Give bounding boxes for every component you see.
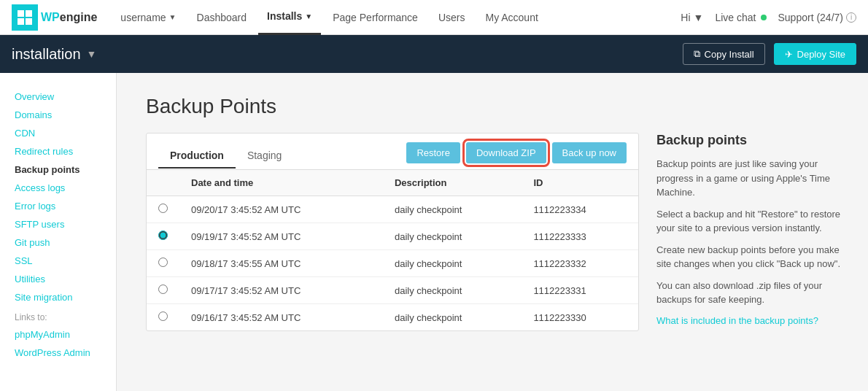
cell-date: 09/18/17 3:45:55 AM UTC [179,250,383,277]
info-icon: i [846,12,856,23]
sidebar-item-git-push[interactable]: Git push [0,233,116,252]
info-para-2: Select a backup and hit "Restore" to res… [656,207,846,236]
sidebar-links-section: Links to: [0,306,116,325]
radio-cell[interactable] [147,223,179,250]
col-id: ID [522,170,638,196]
sidebar-item-domains[interactable]: Domains [0,106,116,124]
nav-right: Hi ▼ Live chat Support (24/7) i [681,12,856,23]
table-row: 09/18/17 3:45:55 AM UTC daily checkpoint… [147,250,638,277]
cell-description: daily checkpoint [383,250,522,277]
sidebar-item-sftp-users[interactable]: SFTP users [0,215,116,233]
copy-install-button[interactable]: ⧉ Copy Install [683,43,765,65]
sidebar-item-wordpress-admin[interactable]: WordPress Admin [0,344,116,362]
sidebar-item-phpmyadmin[interactable]: phpMyAdmin [0,325,116,344]
nav-item-users[interactable]: Users [430,0,474,35]
deploy-icon: ✈ [785,49,793,60]
cell-date: 09/17/17 3:45:52 AM UTC [179,277,383,304]
sidebar-item-utilities[interactable]: Utilities [0,270,116,288]
radio-cell[interactable] [147,196,179,223]
nav-item-page-performance[interactable]: Page Performance [324,0,427,35]
cell-description: daily checkpoint [383,223,522,250]
sidebar-item-error-logs[interactable]: Error logs [0,197,116,215]
nav-items: username ▼ Dashboard Installs ▼ Page Per… [112,0,681,35]
page-title: Backup Points [146,95,846,118]
nav-item-dashboard[interactable]: Dashboard [188,0,256,35]
info-para-3: Create new backup points before you make… [656,243,846,271]
backup-table-section: Production Staging Restore Download ZIP … [146,133,639,331]
logo-text: WPengine [41,11,97,24]
svg-rect-1 [26,10,32,17]
nav-item-installs[interactable]: Installs ▼ [258,0,321,35]
nav-item-my-account[interactable]: My Account [476,0,546,35]
chevron-down-icon: ▼ [169,13,177,21]
cell-id: 1112223334 [522,196,638,223]
sidebar-item-cdn[interactable]: CDN [0,124,116,142]
install-title: installation ▼ [12,46,96,63]
radio-cell[interactable] [147,304,179,331]
logo: WPengine [12,4,97,31]
svg-rect-2 [18,18,24,25]
table-header-row: Date and time Description ID [147,170,638,196]
svg-rect-0 [18,10,24,17]
table-row: 09/19/17 3:45:52 AM UTC daily checkpoint… [147,223,638,250]
info-link[interactable]: What is included in the backup points? [656,315,818,326]
cell-id: 1112223332 [522,250,638,277]
sidebar: Overview Domains CDN Redirect rules Back… [0,73,117,391]
install-bar: installation ▼ ⧉ Copy Install ✈ Deploy S… [0,35,868,73]
hi-dropdown[interactable]: Hi ▼ [681,12,703,23]
live-chat-link[interactable]: Live chat [715,12,766,23]
install-actions: ⧉ Copy Install ✈ Deploy Site [683,43,856,65]
sidebar-item-backup-points[interactable]: Backup points [0,160,116,179]
download-zip-button[interactable]: Download ZIP [466,142,546,163]
cell-date: 09/20/17 3:45:52 AM UTC [179,196,383,223]
chevron-down-icon: ▼ [305,12,312,20]
sidebar-item-access-logs[interactable]: Access logs [0,179,116,197]
info-panel: Backup points Backup points are just lik… [656,133,846,331]
chevron-down-icon: ▼ [87,48,97,60]
back-up-now-button[interactable]: Back up now [552,142,627,163]
table-row: 09/20/17 3:45:52 AM UTC daily checkpoint… [147,196,638,223]
sidebar-item-site-migration[interactable]: Site migration [0,288,116,306]
table-row: 09/16/17 3:45:52 AM UTC daily checkpoint… [147,304,638,331]
backup-table: Date and time Description ID 09/20/17 3:… [147,170,638,330]
cell-id: 1112223333 [522,223,638,250]
svg-rect-3 [26,18,32,25]
tab-bar: Production Staging Restore Download ZIP … [147,133,638,170]
cell-id: 1112223331 [522,277,638,304]
cell-date: 09/16/17 3:45:52 AM UTC [179,304,383,331]
tab-actions: Restore Download ZIP Back up now [406,142,627,163]
info-para-1: Backup points are just like saving your … [656,157,846,200]
radio-cell[interactable] [147,250,179,277]
sidebar-item-redirect-rules[interactable]: Redirect rules [0,142,116,160]
table-row: 09/17/17 3:45:52 AM UTC daily checkpoint… [147,277,638,304]
info-panel-title: Backup points [656,133,846,148]
cell-date: 09/19/17 3:45:52 AM UTC [179,223,383,250]
tab-production[interactable]: Production [158,144,236,169]
deploy-site-button[interactable]: ✈ Deploy Site [774,43,856,65]
support-link[interactable]: Support (24/7) i [778,12,857,23]
restore-button[interactable]: Restore [406,142,460,163]
info-para-4: You can also download .zip files of your… [656,279,846,307]
top-navigation: WPengine username ▼ Dashboard Installs ▼… [0,0,868,35]
cell-description: daily checkpoint [383,304,522,331]
chevron-down-icon: ▼ [694,12,704,23]
col-description: Description [383,170,522,196]
sidebar-item-overview[interactable]: Overview [0,88,116,106]
sidebar-item-ssl[interactable]: SSL [0,252,116,270]
live-status-dot [761,15,767,20]
backup-panel: Production Staging Restore Download ZIP … [146,133,846,331]
cell-description: daily checkpoint [383,196,522,223]
radio-cell[interactable] [147,277,179,304]
tab-staging[interactable]: Staging [236,144,293,169]
cell-id: 1112223330 [522,304,638,331]
logo-icon [12,4,38,31]
nav-item-username[interactable]: username ▼ [112,0,185,35]
cell-description: daily checkpoint [383,277,522,304]
col-date: Date and time [179,170,383,196]
copy-icon: ⧉ [694,48,700,60]
main-layout: Overview Domains CDN Redirect rules Back… [0,73,868,391]
col-select [147,170,179,196]
main-content: Backup Points Production Staging Restore… [117,73,868,391]
